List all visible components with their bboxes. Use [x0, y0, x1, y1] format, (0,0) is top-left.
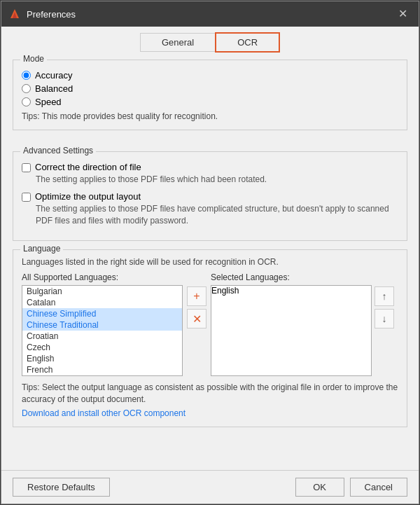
language-lists: All Supported Languages: Bulgarian Catal…	[22, 272, 398, 376]
download-ocr-link[interactable]: Download and install other OCR component	[22, 408, 398, 418]
all-languages-container: All Supported Languages: Bulgarian Catal…	[22, 272, 183, 376]
list-item[interactable]: German	[22, 375, 182, 376]
correct-direction-subtext: The setting applies to those PDF files w…	[36, 174, 398, 186]
list-item[interactable]: Bulgarian	[22, 286, 182, 297]
language-tips: Tips: Select the output language as cons…	[22, 382, 398, 406]
all-languages-listbox[interactable]: Bulgarian Catalan Chinese Simplified Chi…	[22, 285, 183, 376]
mode-balanced-radio[interactable]	[22, 84, 31, 93]
restore-defaults-button[interactable]: Restore Defaults	[13, 478, 110, 497]
selected-languages-label: Selected Languages:	[211, 272, 372, 282]
list-item[interactable]: English	[211, 286, 371, 296]
cancel-button[interactable]: Cancel	[350, 478, 407, 497]
list-item[interactable]: Chinese Simplified	[22, 308, 182, 319]
mode-section-label: Mode	[20, 54, 47, 64]
mode-speed[interactable]: Speed	[22, 97, 398, 107]
list-item[interactable]: Catalan	[22, 297, 182, 308]
app-icon	[8, 8, 21, 20]
all-languages-label: All Supported Languages:	[22, 272, 183, 282]
mode-radio-group: Accuracy Balanced Speed	[22, 70, 398, 107]
remove-language-button[interactable]: ✕	[187, 309, 206, 328]
optimize-layout-checkbox[interactable]: Optimize the output layout	[22, 191, 398, 202]
move-up-button[interactable]: ↑	[374, 286, 394, 306]
language-description: Languages listed in the right side will …	[22, 257, 398, 267]
mode-balanced[interactable]: Balanced	[22, 83, 398, 94]
correct-direction-checkbox[interactable]: Correct the direction of file	[22, 162, 398, 172]
move-down-button[interactable]: ↓	[374, 309, 394, 328]
title-bar: Preferences ✕	[1, 1, 419, 27]
advanced-section-label: Advanced Settings	[20, 146, 96, 155]
dialog-title: Preferences	[27, 9, 394, 20]
list-item[interactable]: Croatian	[22, 331, 182, 342]
preferences-dialog: Preferences ✕ General OCR Mode Accuracy …	[1, 1, 419, 504]
selected-languages-container: Selected Languages: English	[211, 272, 372, 376]
ok-button[interactable]: OK	[295, 478, 344, 497]
mode-tips: Tips: This mode provides best quality fo…	[22, 111, 398, 121]
language-section: Language Languages listed in the right s…	[13, 249, 407, 427]
list-item[interactable]: Czech	[22, 342, 182, 353]
list-item[interactable]: English	[22, 353, 182, 364]
lang-action-buttons: + ✕	[183, 286, 211, 328]
add-language-button[interactable]: +	[187, 286, 206, 306]
mode-speed-radio[interactable]	[22, 97, 31, 106]
tab-general[interactable]: General	[140, 33, 215, 52]
tab-bar: General OCR	[1, 27, 419, 53]
footer: Restore Defaults OK Cancel	[1, 470, 419, 504]
optimize-layout-subtext: The setting applies to those PDF files h…	[36, 203, 398, 227]
close-button[interactable]: ✕	[394, 7, 412, 21]
advanced-section: Advanced Settings Correct the direction …	[13, 151, 407, 241]
optimize-layout-input[interactable]	[22, 193, 31, 202]
move-buttons: ↑ ↓	[372, 286, 397, 328]
list-item[interactable]: French	[22, 364, 182, 375]
correct-direction-input[interactable]	[22, 163, 31, 172]
content-area: Mode Accuracy Balanced Speed Tips: This …	[1, 53, 419, 470]
mode-accuracy[interactable]: Accuracy	[22, 70, 398, 81]
tab-ocr[interactable]: OCR	[215, 32, 280, 53]
selected-languages-listbox[interactable]: English	[211, 285, 372, 376]
list-item[interactable]: Chinese Traditional	[22, 319, 182, 331]
mode-section: Mode Accuracy Balanced Speed Tips: This …	[13, 60, 407, 130]
footer-action-buttons: OK Cancel	[295, 478, 407, 497]
mode-accuracy-radio[interactable]	[22, 71, 31, 80]
language-section-label: Language	[20, 244, 63, 254]
